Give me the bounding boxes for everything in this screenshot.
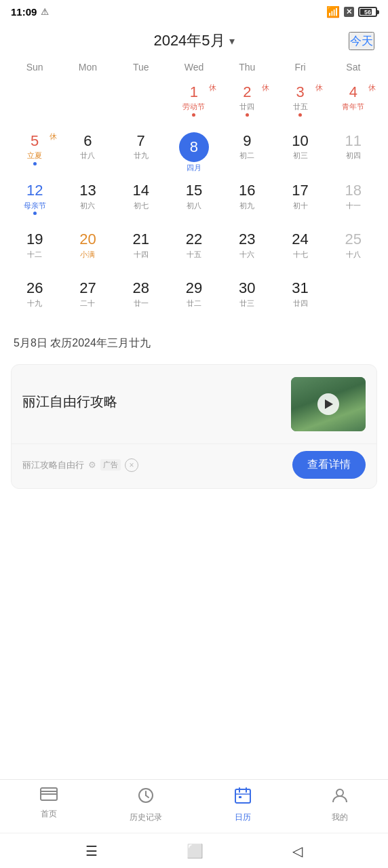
cal-day-empty (115, 79, 168, 128)
day-sub: 十二 (27, 250, 42, 259)
weekday-wed: Wed (168, 58, 220, 77)
nav-label-calendar: 日历 (235, 812, 251, 823)
day-sub: 十八 (346, 250, 361, 259)
day-number: 6 (83, 132, 92, 150)
cal-day-17[interactable]: 17 初十 (273, 178, 326, 226)
profile-icon (331, 787, 349, 809)
status-bar: 11:09 ⚠ 📶 ✕ 56 (0, 0, 388, 21)
day-sub: 初九 (239, 201, 254, 210)
day-sub: 劳动节 (182, 102, 205, 111)
svg-rect-10 (239, 796, 241, 798)
cal-day-4[interactable]: 休 4 青年节 (327, 79, 380, 128)
week-1: 休 1 劳动节 休 2 廿四 休 3 廿五 休 4 青年节 (8, 79, 380, 128)
week-2: 休 5 立夏 6 廿八 7 廿九 8 四月 9 初二 10 初三 (8, 128, 380, 178)
day-sub: 廿四 (239, 102, 254, 111)
cal-day-19[interactable]: 19 十二 (8, 226, 61, 275)
close-ad-button[interactable]: × (125, 458, 138, 472)
day-sub: 廿二 (187, 299, 201, 308)
day-number: 26 (26, 279, 43, 297)
cal-day-15[interactable]: 15 初八 (168, 178, 220, 226)
weekday-sat: Sat (327, 58, 380, 77)
day-number: 5 (31, 132, 39, 150)
cal-day-22[interactable]: 22 十五 (168, 226, 220, 275)
cal-day-5[interactable]: 休 5 立夏 (8, 128, 61, 178)
cal-day-3[interactable]: 休 3 廿五 (273, 79, 326, 128)
cal-day-10[interactable]: 10 初三 (273, 128, 326, 178)
play-button[interactable] (317, 393, 339, 415)
day-number: 15 (186, 182, 202, 199)
settings-icon: ⚙ (88, 460, 96, 470)
today-button[interactable]: 今天 (349, 32, 374, 50)
svg-point-11 (336, 789, 343, 796)
cal-day-empty (327, 275, 380, 324)
ad-title: 丽江自由行攻略 (22, 393, 282, 411)
cal-day-8-today[interactable]: 8 四月 (168, 128, 220, 178)
cal-day-27[interactable]: 27 二十 (61, 275, 114, 324)
cal-day-1[interactable]: 休 1 劳动节 (168, 79, 220, 128)
nav-item-profile[interactable]: 我的 (291, 787, 388, 823)
cal-day-28[interactable]: 28 廿一 (115, 275, 168, 324)
wifi-icon: 📶 (326, 5, 340, 18)
cal-day-29[interactable]: 29 廿二 (168, 275, 220, 324)
warning-icon: ⚠ (41, 7, 49, 17)
day-number: 24 (292, 231, 308, 248)
nav-item-history[interactable]: 历史记录 (97, 787, 194, 823)
cal-day-14[interactable]: 14 初七 (115, 178, 168, 226)
cal-day-11[interactable]: 11 初四 (327, 128, 380, 178)
chevron-down-icon: ▾ (229, 35, 235, 47)
day-number: 23 (239, 231, 255, 248)
svg-rect-6 (235, 789, 250, 803)
weekday-mon: Mon (61, 58, 114, 77)
cal-day-20[interactable]: 20 小满 (61, 226, 114, 275)
event-dot (33, 212, 37, 215)
month-title[interactable]: 2024年5月 ▾ (153, 31, 234, 51)
calendar: Sun Mon Tue Wed Thu Fri Sat 休 1 劳动节 休 2 … (0, 58, 388, 324)
time: 11:09 (11, 6, 37, 18)
cal-day-23[interactable]: 23 十六 (220, 226, 273, 275)
home-button[interactable]: ⬜ (187, 843, 203, 859)
day-sub: 二十 (80, 299, 95, 308)
cal-day-9[interactable]: 9 初二 (220, 128, 273, 178)
cal-day-26[interactable]: 26 十九 (8, 275, 61, 324)
day-sub: 廿五 (293, 102, 308, 111)
weekday-header: Sun Mon Tue Wed Thu Fri Sat (8, 58, 380, 77)
view-details-button[interactable]: 查看详情 (292, 451, 366, 479)
day-number: 30 (239, 279, 255, 297)
event-dot (33, 162, 37, 165)
history-icon (137, 787, 155, 809)
menu-button[interactable]: ☰ (85, 843, 98, 859)
cal-day-empty (8, 79, 61, 128)
day-number: 7 (137, 132, 145, 150)
day-sub: 小满 (80, 250, 95, 259)
cal-day-25[interactable]: 25 十八 (327, 226, 380, 275)
day-sub: 廿三 (239, 299, 254, 308)
cal-day-16[interactable]: 16 初九 (220, 178, 273, 226)
cal-day-21[interactable]: 21 十四 (115, 226, 168, 275)
cal-day-empty (61, 79, 114, 128)
cal-day-12[interactable]: 12 母亲节 (8, 178, 61, 226)
cal-day-7[interactable]: 7 廿九 (115, 128, 168, 178)
nav-item-calendar[interactable]: 日历 (194, 787, 291, 823)
status-right: 📶 ✕ 56 (326, 5, 377, 18)
cal-day-18[interactable]: 18 十一 (327, 178, 380, 226)
day-sub: 青年节 (342, 102, 364, 111)
ad-card: 丽江自由行攻略 丽江攻略自由行 ⚙ 广告 × 查看详情 (11, 364, 377, 489)
day-number: 29 (186, 279, 202, 297)
back-button[interactable]: ◁ (292, 843, 303, 859)
nav-item-home[interactable]: 首页 (0, 787, 97, 823)
day-sub: 初七 (134, 201, 149, 210)
battery-level: 56 (364, 9, 371, 16)
cal-day-30[interactable]: 30 廿三 (220, 275, 273, 324)
cal-day-31[interactable]: 31 廿四 (273, 275, 326, 324)
cal-day-24[interactable]: 24 十七 (273, 226, 326, 275)
holiday-badge: 休 (50, 132, 57, 142)
day-sub: 母亲节 (24, 201, 46, 210)
cal-day-2[interactable]: 休 2 廿四 (220, 79, 273, 128)
weekday-thu: Thu (220, 58, 273, 77)
day-number: 17 (292, 182, 308, 199)
day-number: 13 (79, 182, 96, 199)
content-spacer (0, 500, 388, 779)
cal-day-6[interactable]: 6 廿八 (61, 128, 114, 178)
cal-day-13[interactable]: 13 初六 (61, 178, 114, 226)
ad-thumbnail[interactable] (291, 377, 366, 431)
